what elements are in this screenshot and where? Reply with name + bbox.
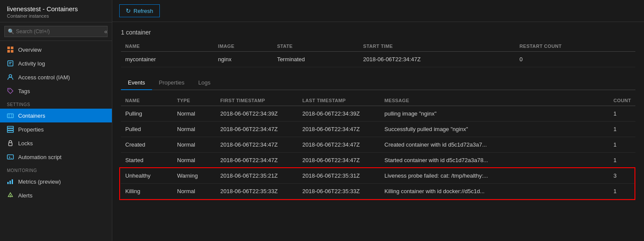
sidebar-item-properties[interactable]: Properties [0,122,112,136]
col-header-start-time: START TIME [359,41,515,52]
svg-rect-2 [7,50,10,53]
event-count: 1 [609,122,635,137]
event-name: Killing [121,184,173,199]
event-name: Unhealthy [121,168,173,184]
container-start-time: 2018-06-06T22:34:47Z [359,52,515,67]
main-content: ↻ Refresh 1 container NAME IMAGE STATE S… [112,0,644,241]
event-row[interactable]: Killing Normal 2018-06-06T22:35:33Z 2018… [121,184,635,199]
svg-rect-1 [11,47,13,49]
sidebar-item-metrics[interactable]: Metrics (preview) [0,175,112,188]
event-type: Normal [173,137,216,153]
sidebar-item-tags[interactable]: Tags [0,84,112,98]
container-count: 1 container [121,29,635,36]
event-row[interactable]: Created Normal 2018-06-06T22:34:47Z 2018… [121,137,635,153]
svg-rect-19 [12,179,13,184]
svg-rect-9 [7,114,13,118]
collapse-icon[interactable]: « [104,28,108,35]
event-first-ts: 2018-06-06T22:34:47Z [216,137,298,153]
event-message: Created container with id d5c1d72a3a7... [380,137,609,153]
sidebar: livenesstest - Containers Container inst… [0,0,112,241]
svg-point-7 [9,75,12,77]
monitoring-section-label: MONITORING [0,164,112,175]
event-row[interactable]: Pulling Normal 2018-06-06T22:34:39Z 2018… [121,106,635,122]
container-image: nginx [214,52,273,67]
event-type: Normal [173,184,216,199]
svg-rect-15 [9,143,12,146]
event-first-ts: 2018-06-06T22:34:47Z [216,153,298,168]
event-name: Started [121,153,173,168]
search-input[interactable] [4,26,108,37]
event-message: Liveness probe failed: cat: /tmp/healthy… [380,168,609,184]
event-type: Normal [173,106,216,122]
event-row[interactable]: Pulled Normal 2018-06-06T22:34:47Z 2018-… [121,122,635,137]
metrics-icon [7,178,14,185]
svg-rect-0 [7,47,10,49]
iam-icon [7,74,14,81]
events-wrapper: NAME TYPE FIRST TIMESTAMP LAST TIMESTAMP… [121,95,635,199]
event-first-ts: 2018-06-06T22:35:21Z [216,168,298,184]
sidebar-item-automation-label: Automation script [18,154,61,160]
settings-section-label: SETTINGS [0,98,112,109]
tab-logs[interactable]: Logs [191,76,217,90]
containers-table: NAME IMAGE STATE START TIME RESTART COUN… [121,41,635,67]
tab-properties[interactable]: Properties [152,76,191,90]
event-col-last-ts: LAST TIMESTAMP [298,95,380,106]
container-restart-count: 0 [515,52,635,67]
overview-icon [7,46,14,53]
event-col-type: TYPE [173,95,216,106]
svg-rect-16 [7,155,13,159]
event-count: 1 [609,106,635,122]
search-icon: 🔍 [8,28,14,34]
tab-events[interactable]: Events [121,76,152,90]
nav-items: Overview Activity log Access control (IA… [0,41,112,241]
sidebar-item-iam[interactable]: Access control (IAM) [0,70,112,84]
alerts-icon [7,192,14,199]
locks-icon [7,140,14,147]
event-last-ts: 2018-06-06T22:35:33Z [298,184,380,199]
sidebar-item-metrics-label: Metrics (preview) [18,178,61,185]
sidebar-item-activity-log[interactable]: Activity log [0,56,112,70]
event-row[interactable]: Started Normal 2018-06-06T22:34:47Z 2018… [121,153,635,168]
event-last-ts: 2018-06-06T22:34:47Z [298,122,380,137]
automation-icon [7,153,14,160]
event-col-name: NAME [121,95,173,106]
app-title: livenesstest - Containers [7,5,105,13]
content-area: 1 container NAME IMAGE STATE START TIME … [112,22,644,241]
event-name: Created [121,137,173,153]
event-col-first-ts: FIRST TIMESTAMP [216,95,298,106]
sidebar-header: livenesstest - Containers Container inst… [0,0,112,22]
events-table: NAME TYPE FIRST TIMESTAMP LAST TIMESTAMP… [121,95,635,199]
svg-rect-4 [8,61,13,66]
event-last-ts: 2018-06-06T22:34:39Z [298,106,380,122]
event-row[interactable]: Unhealthy Warning 2018-06-06T22:35:21Z 2… [121,168,635,184]
sidebar-item-locks[interactable]: Locks [0,136,112,150]
svg-point-21 [10,197,11,197]
event-first-ts: 2018-06-06T22:34:47Z [216,122,298,137]
detail-tabs: Events Properties Logs [121,76,635,90]
col-header-restart-count: RESTART COUNT [515,41,635,52]
svg-rect-18 [10,181,11,184]
event-name: Pulled [121,122,173,137]
svg-rect-14 [7,131,13,132]
properties-icon [7,126,14,133]
container-row[interactable]: mycontainer nginx Terminated 2018-06-06T… [121,52,635,67]
event-first-ts: 2018-06-06T22:34:39Z [216,106,298,122]
event-count: 1 [609,137,635,153]
col-header-image: IMAGE [214,41,273,52]
sidebar-item-automation[interactable]: Automation script [0,150,112,164]
sidebar-item-containers[interactable]: Containers [0,109,112,122]
sidebar-item-tags-label: Tags [18,88,30,94]
refresh-button[interactable]: ↻ Refresh [119,4,160,17]
tags-icon [7,88,14,94]
sidebar-item-iam-label: Access control (IAM) [18,74,70,81]
sidebar-item-alerts[interactable]: Alerts [0,188,112,202]
sidebar-item-overview[interactable]: Overview [0,43,112,56]
app-subtitle: Container instances [7,13,105,19]
event-first-ts: 2018-06-06T22:35:33Z [216,184,298,199]
event-count: 3 [609,168,635,184]
sidebar-item-alerts-label: Alerts [18,192,32,199]
container-name: mycontainer [121,52,214,67]
event-count: 1 [609,184,635,199]
activity-icon [7,60,14,67]
sidebar-item-activity-log-label: Activity log [18,60,45,67]
